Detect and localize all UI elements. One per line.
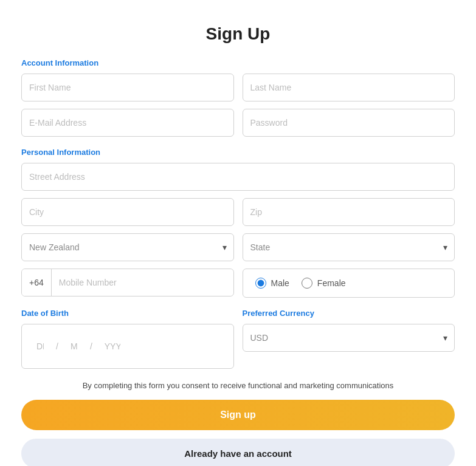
city-field <box>21 198 234 226</box>
phone-code: +64 <box>22 269 52 296</box>
page-container: Sign Up Account Information Personal Inf… <box>12 12 464 466</box>
personal-information-label: Personal Information <box>21 148 455 157</box>
password-input[interactable] <box>243 109 455 137</box>
street-row <box>21 163 455 191</box>
currency-select[interactable]: USD EUR GBP NZD <box>243 324 455 352</box>
email-field <box>21 109 234 137</box>
consent-text: By completing this form you consent to r… <box>21 381 455 390</box>
city-input[interactable] <box>21 198 234 226</box>
dob-mm-input[interactable] <box>63 333 85 360</box>
gender-field: Male Female <box>243 269 455 298</box>
dob-yyyy-input[interactable] <box>97 333 128 360</box>
last-name-input[interactable] <box>243 74 455 101</box>
already-account-button[interactable]: Already have an account <box>21 439 455 466</box>
password-field <box>243 109 455 137</box>
name-row <box>21 74 455 101</box>
account-information-label: Account Information <box>21 58 455 67</box>
male-option[interactable]: Male <box>255 278 289 289</box>
dob-separator-1: / <box>56 341 58 351</box>
female-option[interactable]: Female <box>302 278 346 289</box>
phone-input[interactable] <box>52 269 233 296</box>
account-information-section: Account Information <box>21 58 455 137</box>
personal-information-section: Personal Information New Zealand United … <box>21 148 455 298</box>
zip-input[interactable] <box>243 198 455 226</box>
country-select-wrapper: New Zealand United States Australia ▾ <box>21 233 234 261</box>
street-input[interactable] <box>21 163 455 191</box>
country-select[interactable]: New Zealand United States Australia <box>21 233 234 261</box>
email-password-row <box>21 109 455 137</box>
state-select[interactable]: State Auckland Wellington <box>243 233 455 261</box>
city-zip-row <box>21 198 455 226</box>
dob-label: Date of Birth <box>21 309 234 318</box>
page-title: Sign Up <box>21 24 455 44</box>
female-label: Female <box>317 278 346 288</box>
state-field: State Auckland Wellington ▾ <box>243 233 455 261</box>
dob-dd-input[interactable] <box>29 333 51 360</box>
dob-section: Date of Birth / / <box>21 309 234 369</box>
female-radio[interactable] <box>302 278 312 289</box>
first-name-field <box>21 74 234 101</box>
currency-select-wrapper: USD EUR GBP NZD ▾ <box>243 324 455 352</box>
dob-separator-2: / <box>90 341 92 351</box>
zip-field <box>243 198 455 226</box>
male-radio[interactable] <box>255 278 266 289</box>
country-field: New Zealand United States Australia ▾ <box>21 233 234 261</box>
gender-radio-group: Male Female <box>243 269 455 298</box>
phone-gender-row: +64 Male Female <box>21 269 455 298</box>
currency-label: Preferred Currency <box>243 309 455 318</box>
dob-currency-row: Date of Birth / / Preferred Currency USD… <box>21 309 455 369</box>
currency-section: Preferred Currency USD EUR GBP NZD ▾ <box>243 309 455 369</box>
email-input[interactable] <box>21 109 234 137</box>
street-field <box>21 163 455 191</box>
country-state-row: New Zealand United States Australia ▾ St… <box>21 233 455 261</box>
phone-field: +64 <box>21 269 234 296</box>
first-name-input[interactable] <box>21 74 234 101</box>
male-label: Male <box>271 278 289 288</box>
dob-field: / / <box>21 324 234 369</box>
signup-button[interactable]: Sign up <box>21 400 455 430</box>
phone-field-wrapper: +64 <box>21 269 234 298</box>
state-select-wrapper: State Auckland Wellington ▾ <box>243 233 455 261</box>
last-name-field <box>243 74 455 101</box>
